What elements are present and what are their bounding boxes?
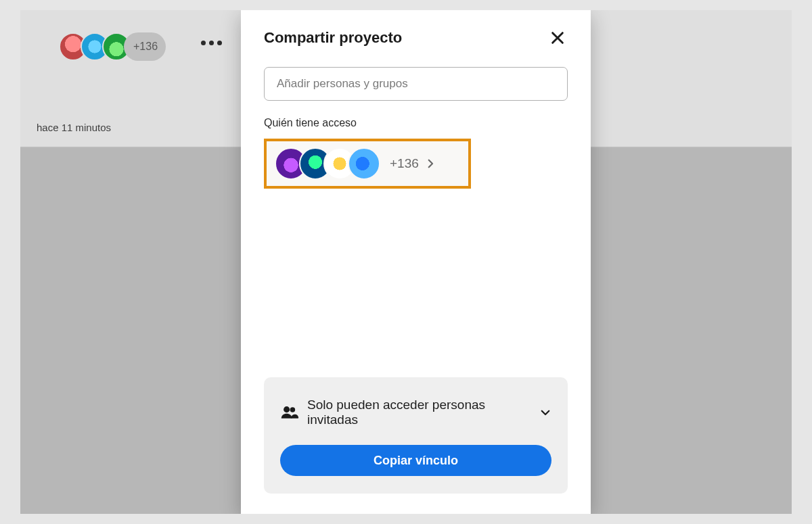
close-button[interactable] [547,28,568,48]
copy-link-button[interactable]: Copiar vínculo [280,445,551,476]
more-options-button[interactable] [201,41,222,45]
avatar-overflow-count: +136 [124,32,166,61]
access-section-label: Quién tiene acceso [264,117,568,129]
access-members-button[interactable]: +136 [264,139,471,189]
svg-point-0 [284,406,290,412]
access-overflow-count: +136 [390,156,419,171]
link-sharing-card: Solo pueden acceder personas invitadas C… [264,377,568,494]
avatar [348,147,380,180]
close-icon [550,30,565,45]
app-window: +136 hace 11 minutos Compartir proyecto … [20,10,792,514]
toolbar-collaborator-avatars[interactable]: +136 [59,32,166,61]
link-scope-dropdown[interactable]: Solo pueden acceder personas invitadas [280,398,551,427]
dialog-title: Compartir proyecto [264,29,402,47]
link-scope-text: Solo pueden acceder personas invitadas [307,398,528,427]
people-icon [280,404,299,421]
add-people-input[interactable] [264,67,568,101]
last-edited-timestamp: hace 11 minutos [37,122,111,133]
share-dialog: Compartir proyecto Quién tiene acceso +1… [241,10,591,514]
chevron-right-icon [424,158,436,170]
svg-point-1 [290,407,296,412]
chevron-down-icon [539,406,551,419]
dialog-header: Compartir proyecto [264,28,568,48]
